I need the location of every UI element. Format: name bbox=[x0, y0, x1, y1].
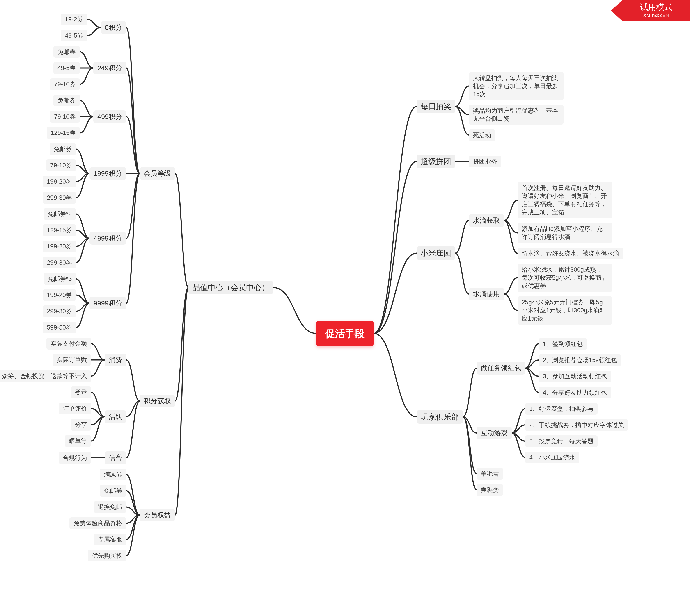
node-299-30券[interactable]: 299-30券 bbox=[43, 257, 76, 268]
node-79-10券[interactable]: 79-10券 bbox=[50, 111, 80, 123]
trial-ribbon: 试用模式 XMind:ZEN bbox=[622, 0, 690, 21]
node-25g小米兑5元无门[interactable]: 25g小米兑5元无门槛券，即5g小米对应1元钱，即300g水滴对应1元钱 bbox=[518, 296, 612, 325]
node-免费体验商品资格[interactable]: 免费体验商品资格 bbox=[69, 518, 126, 529]
ribbon-title: 试用模式 bbox=[622, 0, 690, 13]
node-实际订单数[interactable]: 实际订单数 bbox=[53, 354, 91, 366]
node-玩家俱乐部[interactable]: 玩家俱乐部 bbox=[417, 410, 463, 424]
node-给小米浇水，累计30[interactable]: 给小米浇水，累计300g成熟，每次可收获5g小米，可兑换商品或优惠券 bbox=[518, 264, 612, 292]
node-2、浏览推荐会场15[interactable]: 2、浏览推荐会场15s领红包 bbox=[539, 354, 621, 366]
node-299-30券[interactable]: 299-30券 bbox=[43, 192, 76, 204]
node-大转盘抽奖，每人每天[interactable]: 大转盘抽奖，每人每天三次抽奖机会，分享追加三次，单日最多15次 bbox=[469, 72, 564, 100]
node-积分获取[interactable]: 积分获取 bbox=[140, 395, 175, 408]
node-1、签到领红包[interactable]: 1、签到领红包 bbox=[539, 338, 587, 350]
node-4、小米庄园浇水[interactable]: 4、小米庄园浇水 bbox=[525, 452, 579, 463]
node-小米庄园[interactable]: 小米庄园 bbox=[417, 246, 455, 260]
node-3、参加互动活动领红[interactable]: 3、参加互动活动领红包 bbox=[539, 371, 611, 382]
node-满减券[interactable]: 满减券 bbox=[100, 469, 126, 480]
node-1999积分[interactable]: 1999积分 bbox=[89, 167, 126, 180]
node-499积分[interactable]: 499积分 bbox=[93, 110, 126, 123]
node-免邮券*2[interactable]: 免邮券*2 bbox=[44, 208, 76, 220]
node-79-10券[interactable]: 79-10券 bbox=[50, 79, 80, 90]
node-299-30券[interactable]: 299-30券 bbox=[43, 305, 76, 317]
node-互动游戏[interactable]: 互动游戏 bbox=[477, 426, 512, 439]
node-79-10券[interactable]: 79-10券 bbox=[46, 159, 76, 171]
node-每日抽奖[interactable]: 每日抽奖 bbox=[417, 100, 455, 113]
node-199-20券[interactable]: 199-20券 bbox=[43, 241, 76, 252]
node-优先购买权[interactable]: 优先购买权 bbox=[88, 550, 126, 562]
node-偷水滴、帮好友浇水、[interactable]: 偷水滴、帮好友浇水、被浇水得水滴 bbox=[518, 247, 623, 259]
node-19-2券[interactable]: 19-2券 bbox=[61, 14, 87, 25]
node-做任务领红包[interactable]: 做任务领红包 bbox=[477, 362, 525, 375]
node-199-20券[interactable]: 199-20券 bbox=[43, 176, 76, 188]
ribbon-subtitle: XMind:ZEN bbox=[622, 13, 690, 18]
node-订单评价[interactable]: 订单评价 bbox=[59, 403, 91, 414]
node-3、投票竞猜，每天答[interactable]: 3、投票竞猜，每天答题 bbox=[525, 435, 598, 447]
node-券裂变[interactable]: 券裂变 bbox=[477, 484, 503, 496]
node-登录[interactable]: 登录 bbox=[71, 387, 91, 398]
node-免邮券[interactable]: 免邮券 bbox=[49, 143, 76, 155]
node-1、好运魔盒，抽奖参[interactable]: 1、好运魔盒，抽奖参与 bbox=[525, 403, 598, 415]
node-会员权益[interactable]: 会员权益 bbox=[140, 509, 175, 522]
node-2、手续挑战赛，插中[interactable]: 2、手续挑战赛，插中对应字体过关 bbox=[525, 419, 628, 431]
mindmap-stage: 试用模式 XMind:ZEN 促活手段每日抽奖大转盘抽奖，每人每天三次抽奖机会，… bbox=[0, 0, 690, 616]
node-9999积分[interactable]: 9999积分 bbox=[89, 297, 126, 310]
node-专属客服[interactable]: 专属客服 bbox=[94, 533, 126, 545]
node-众筹、金银投资、退款[interactable]: 众筹、金银投资、退款等不计入 bbox=[0, 370, 91, 382]
node-品值中心（会员中心）[interactable]: 品值中心（会员中心） bbox=[188, 281, 273, 294]
node-首次注册、每日邀请好[interactable]: 首次注册、每日邀请好友助力、邀请好友种小米、浏览商品、开启三餐福袋、下单有礼任务… bbox=[518, 182, 612, 218]
node-拼团业务[interactable]: 拼团业务 bbox=[469, 156, 501, 167]
node-水滴获取[interactable]: 水滴获取 bbox=[469, 214, 504, 227]
node-免邮券[interactable]: 免邮券 bbox=[100, 485, 126, 497]
node-奖品均为商户引流优惠[interactable]: 奖品均为商户引流优惠券，基本无平台侧出资 bbox=[469, 105, 564, 125]
node-晒单等[interactable]: 晒单等 bbox=[65, 435, 91, 447]
node-超级拼团[interactable]: 超级拼团 bbox=[417, 154, 455, 169]
node-4999积分[interactable]: 4999积分 bbox=[89, 232, 126, 245]
node-4、分享好友助力领红[interactable]: 4、分享好友助力领红包 bbox=[539, 387, 611, 398]
node-免邮券*3[interactable]: 免邮券*3 bbox=[44, 273, 76, 285]
node-添加有品lite添加[interactable]: 添加有品lite添加至小程序、允许订阅消息得水滴 bbox=[518, 223, 612, 243]
node-49-5券[interactable]: 49-5券 bbox=[61, 30, 87, 41]
root-node[interactable]: 促活手段 bbox=[316, 321, 374, 346]
node-免邮券[interactable]: 免邮券 bbox=[54, 94, 80, 106]
node-水滴使用[interactable]: 水滴使用 bbox=[469, 288, 504, 301]
node-129-15券[interactable]: 129-15券 bbox=[47, 127, 80, 139]
node-羊毛君[interactable]: 羊毛君 bbox=[477, 468, 503, 480]
node-活跃[interactable]: 活跃 bbox=[105, 410, 126, 423]
node-信誉[interactable]: 信誉 bbox=[105, 452, 126, 464]
node-死活动[interactable]: 死活动 bbox=[469, 129, 495, 141]
node-0积分[interactable]: 0积分 bbox=[101, 21, 126, 34]
node-49-5券[interactable]: 49-5券 bbox=[54, 62, 80, 74]
node-会员等级[interactable]: 会员等级 bbox=[140, 167, 175, 180]
node-249积分[interactable]: 249积分 bbox=[93, 62, 126, 74]
node-129-15券[interactable]: 129-15券 bbox=[43, 224, 76, 236]
node-合规行为[interactable]: 合规行为 bbox=[59, 452, 91, 464]
node-分享[interactable]: 分享 bbox=[71, 419, 91, 431]
node-消费[interactable]: 消费 bbox=[105, 354, 126, 367]
node-免邮券[interactable]: 免邮券 bbox=[54, 46, 80, 58]
node-199-20券[interactable]: 199-20券 bbox=[43, 289, 76, 301]
node-实际支付金额[interactable]: 实际支付金额 bbox=[46, 338, 91, 350]
node-退换免邮[interactable]: 退换免邮 bbox=[94, 501, 126, 513]
node-599-50券[interactable]: 599-50券 bbox=[43, 322, 76, 333]
